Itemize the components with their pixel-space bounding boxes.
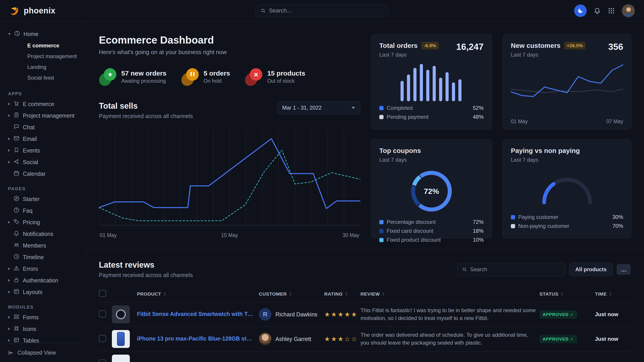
sidebar-item-forms[interactable]: Forms: [6, 312, 80, 323]
phoenix-bird-icon: [9, 5, 20, 16]
theme-toggle-button[interactable]: [574, 4, 587, 17]
sort-icon: [289, 292, 292, 296]
review-text: This Fitbit is fantastic! I was trying t…: [360, 307, 537, 322]
calendar-icon: [13, 170, 20, 178]
legend-value: 70%: [612, 223, 623, 229]
more-options-button[interactable]: …: [617, 264, 630, 275]
x-badge-icon: ×: [245, 68, 263, 86]
legend-label: Completed: [387, 105, 470, 111]
legend-label: Percentage discount: [387, 219, 470, 225]
sidebar-item-landing[interactable]: Landing: [6, 62, 80, 72]
product-thumbnail[interactable]: [112, 306, 130, 323]
bookmark-icon: [13, 147, 20, 154]
reviews-search-input[interactable]: [470, 266, 560, 273]
sidebar-item-members[interactable]: Members: [6, 240, 80, 251]
select-all-checkbox[interactable]: [99, 290, 106, 297]
card-title: Top coupons: [379, 147, 421, 154]
legend-value: 52%: [473, 105, 484, 111]
product-thumbnail[interactable]: [112, 355, 130, 362]
product-link[interactable]: Fitbit Sense Advanced Smartwatch with To…: [137, 311, 254, 317]
legend-item: Completed 52%: [379, 103, 484, 112]
sidebar-item-pricing[interactable]: Pricing: [6, 216, 80, 228]
compass-icon: [13, 195, 20, 203]
share-icon: [13, 158, 20, 166]
column-label: RATING: [324, 291, 343, 297]
reviews-search[interactable]: [458, 263, 565, 276]
sidebar-item-label: Events: [23, 147, 40, 154]
main-content: Ecommerce Dashboard Here's what's going …: [86, 21, 644, 362]
row-checkbox[interactable]: [99, 360, 106, 362]
product-thumbnail[interactable]: [112, 330, 130, 348]
top-coupons-legend: Percentage discount 72% Fixed card disco…: [379, 218, 484, 244]
row-checkbox[interactable]: [99, 335, 106, 342]
sidebar-item-email[interactable]: Email: [6, 133, 80, 145]
sidebar-item-starter[interactable]: Starter: [6, 193, 80, 205]
column-header-status[interactable]: STATUS: [540, 286, 595, 302]
column-header-rating[interactable]: RATING: [324, 286, 360, 302]
column-header-review[interactable]: REVIEW: [360, 286, 540, 302]
caret-down-icon: [8, 33, 11, 35]
row-checkbox[interactable]: [99, 310, 106, 318]
app-root: phoenix: [0, 0, 644, 362]
sidebar-item-faq[interactable]: Faq: [6, 205, 80, 216]
caret-right-icon: [8, 149, 10, 152]
sidebar-item-errors[interactable]: Errors: [6, 263, 80, 275]
sidebar-item-project-management[interactable]: Project management: [6, 110, 80, 121]
collapsed-view-toggle[interactable]: Collapsed View: [0, 343, 85, 362]
sidebar-item-label: Starter: [23, 196, 40, 202]
sidebar-item-events[interactable]: Events: [6, 145, 80, 156]
sidebar-item-e-commerce[interactable]: E commerce: [6, 98, 80, 110]
stat-caption: On hold: [204, 78, 230, 84]
product-link[interactable]: iPhone 13 pro max-Pacific Blue-128GB sto…: [137, 335, 254, 342]
all-products-button[interactable]: All products: [569, 263, 613, 276]
sidebar-item-authentication[interactable]: Authentication: [6, 275, 80, 286]
reviews-table: PRODUCTCUSTOMERRATINGREVIEWSTATUSTIME Fi…: [99, 286, 630, 362]
paying-legend: Paying customer 30% Non-paying customer …: [511, 213, 623, 231]
customer-avatar: R: [259, 308, 272, 321]
date-range-select[interactable]: Mar 1 - 31, 2022: [277, 101, 360, 114]
stat-caption: Awating processing: [121, 78, 166, 84]
users-icon: [13, 242, 20, 250]
bell-icon: [13, 230, 20, 238]
sidebar-item-home[interactable]: Home: [6, 28, 80, 40]
sidebar-item-icons[interactable]: Icons: [6, 323, 80, 335]
column-label: PRODUCT: [137, 291, 161, 297]
sidebar-item-tables[interactable]: Tables: [6, 335, 80, 343]
page-subtitle: Here's what's going on at your business …: [99, 49, 360, 56]
top-navbar: phoenix: [0, 0, 644, 21]
legend-swatch: [379, 115, 384, 119]
sidebar-item-social[interactable]: Social: [6, 156, 80, 168]
reviews-table-head: PRODUCTCUSTOMERRATINGREVIEWSTATUSTIME: [99, 286, 630, 302]
sidebar-item-project-management[interactable]: Project management: [6, 51, 80, 62]
sidebar-item-layouts[interactable]: Layouts: [6, 286, 80, 298]
global-search[interactable]: [255, 4, 389, 17]
column-header-product[interactable]: PRODUCT: [137, 286, 259, 302]
stats-row: ★ 57 new orders Awating processing 5 ord…: [99, 68, 360, 86]
clock-icon: [13, 253, 20, 261]
pause-badge-icon: [181, 68, 199, 86]
caret-right-icon: [8, 279, 10, 282]
notifications-button[interactable]: [594, 7, 601, 14]
sidebar-item-social-feed[interactable]: Social feed: [6, 72, 80, 83]
phoenix-logo[interactable]: phoenix: [9, 5, 56, 16]
legend-swatch: [511, 224, 515, 228]
sidebar-item-calendar[interactable]: Calendar: [6, 168, 80, 180]
page-title: Ecommerce Dashboard: [99, 34, 360, 46]
user-avatar[interactable]: [622, 4, 635, 17]
sidebar-item-e-commerce[interactable]: E commerce: [6, 40, 80, 51]
new-customers-chart: [511, 63, 623, 113]
sidebar-item-notifications[interactable]: Notifications: [6, 228, 80, 240]
apps-grid-button[interactable]: [608, 7, 615, 14]
caret-right-icon: [8, 291, 10, 293]
column-header-customer[interactable]: CUSTOMER: [259, 286, 324, 302]
sort-icon: [382, 292, 385, 296]
sidebar-item-timeline[interactable]: Timeline: [6, 251, 80, 263]
column-header-time[interactable]: TIME: [595, 286, 630, 302]
donut-center-label: 72%: [409, 169, 454, 214]
legend-value: 10%: [473, 237, 484, 243]
status-badge: APPROVED ✓: [540, 310, 577, 319]
global-search-input[interactable]: [269, 7, 384, 14]
legend-value: 72%: [473, 219, 484, 225]
sidebar-item-chat[interactable]: Chat: [6, 121, 80, 133]
search-icon: [260, 8, 266, 14]
